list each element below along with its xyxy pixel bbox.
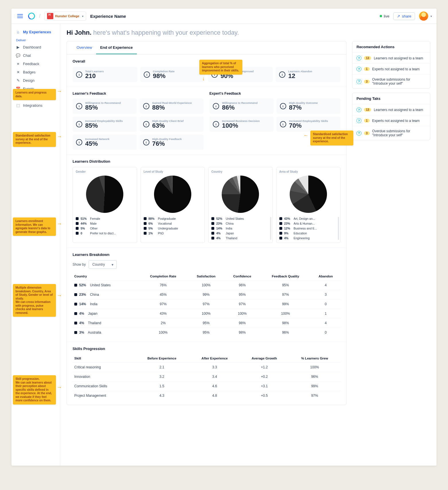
section-distribution: Learners Distribution Gender 51% Female …: [67, 155, 346, 248]
table-row: 52% United States 76%100%96%95%4: [73, 281, 340, 290]
sidebar-item-integrations[interactable]: ⬚ Integrations: [11, 101, 60, 110]
stat-value: 100%: [222, 122, 260, 129]
table-header: % Learners Grew: [289, 354, 340, 363]
legend-swatch: [279, 232, 282, 235]
legend-item: 12% Business and E...: [279, 227, 338, 230]
action-item[interactable]: ? 3 Overdue submissions for "Introduce y…: [352, 75, 430, 88]
legend-swatch: [76, 222, 79, 225]
menu-icon[interactable]: [16, 13, 24, 19]
share-button[interactable]: ↗ share: [393, 12, 415, 20]
help-icon: ?: [357, 107, 361, 112]
app-logo-icon[interactable]: [27, 11, 36, 21]
sidebar-icon: ⬚: [16, 103, 20, 108]
table-header: After Experience: [189, 354, 240, 363]
sidebar-item-my-experiences[interactable]: ⌂ My Experiences: [11, 28, 60, 36]
stat-card: i High-Quality Client Brief 63%: [140, 116, 204, 132]
arrow-icon: →: [57, 134, 62, 140]
action-item[interactable]: ? 13 Learners not assigned to a team: [352, 104, 430, 115]
tab-end-of-experience[interactable]: End of Experience: [96, 41, 137, 54]
sidebar-item-dashboard[interactable]: ▶ Dashboard: [11, 43, 60, 51]
info-icon[interactable]: i: [213, 103, 219, 109]
legend-swatch: [279, 227, 282, 230]
legend-item: 6% Vocational: [144, 222, 202, 225]
legend-item: 23% Arts & Human...: [279, 222, 338, 225]
help-icon: ?: [357, 118, 361, 123]
legend-item: 43% Art, Design an...: [279, 217, 338, 220]
table-header: Confidence: [225, 272, 260, 281]
sidebar-icon: 💬: [16, 53, 20, 58]
pie-chart: [86, 176, 123, 213]
stat-card: i Learners Abandon 12: [276, 67, 340, 82]
sidebar-icon: ▶: [16, 45, 20, 49]
legend: 51% Female 44% Male 5% Other 0 Prefer no…: [76, 217, 134, 235]
stat-value: 70%: [289, 122, 328, 129]
info-icon[interactable]: i: [279, 71, 285, 78]
sidebar-item-design[interactable]: ✎ Design: [11, 76, 60, 85]
count-badge: 3: [364, 80, 370, 83]
legend-item: 51% Female: [76, 217, 134, 220]
showby-select[interactable]: Country: [89, 260, 117, 269]
table-row: Critical reasoning 2.13.3+1.2100%: [73, 363, 340, 372]
help-icon: ?: [357, 67, 361, 71]
info-icon[interactable]: i: [213, 121, 219, 127]
skills-table: SkillBefore ExperienceAfter ExperienceAv…: [73, 354, 340, 400]
stat-value: 210: [85, 73, 104, 79]
legend-swatch: [144, 222, 147, 225]
legend-item: 88% Postgraduate: [144, 217, 202, 220]
section-title: Skills Progression: [73, 347, 340, 351]
info-icon[interactable]: i: [143, 103, 149, 109]
action-item[interactable]: ? 13 Learners not assigned to a team: [352, 53, 430, 64]
pie-chart: [290, 176, 327, 213]
stat-value: 86%: [222, 104, 258, 111]
pending-tasks-panel: Pending Taks ? 13 Learners not assigned …: [352, 93, 430, 140]
pie-chart: [154, 176, 191, 213]
sidebar-item-feedback[interactable]: ≡ Feedback: [11, 60, 60, 68]
count-badge: 3: [364, 131, 370, 135]
info-icon[interactable]: i: [76, 139, 82, 145]
info-icon[interactable]: i: [280, 103, 286, 109]
arrow-icon: →: [57, 293, 62, 299]
annotation: Standardised satisfaction survey at the …: [13, 132, 56, 147]
college-selector[interactable]: Hunster College ▾: [44, 11, 86, 21]
action-item[interactable]: ? 1 Experts not assigned to a team: [352, 64, 430, 75]
legend-item: 4% Thailand: [211, 236, 270, 240]
distribution-title: Gender: [76, 170, 134, 173]
stat-value: 76%: [152, 141, 182, 147]
stat-value: 87%: [289, 104, 318, 111]
stat-value: 63%: [152, 122, 184, 129]
stat-value: 12: [288, 73, 312, 79]
info-icon[interactable]: i: [280, 121, 286, 127]
action-item[interactable]: ? 3 Overdue submissions for "Introduce y…: [352, 126, 430, 140]
sidebar-icon: ✎: [16, 78, 20, 83]
count-badge: 13: [364, 108, 371, 112]
info-icon[interactable]: i: [76, 71, 82, 78]
sidebar-heading: Deliver: [11, 36, 60, 43]
legend-swatch: [76, 227, 79, 230]
stat-card: i Increased Business Decision 100%: [209, 116, 274, 132]
chevron-down-icon: ▾: [431, 15, 432, 18]
info-icon[interactable]: i: [76, 121, 82, 127]
table-row: 23% China 45%99%95%97%3: [73, 290, 340, 300]
section-title: Learners Breakdown: [73, 252, 340, 257]
action-item[interactable]: ? 1 Experts not assigned to a team: [352, 115, 430, 126]
table-header: Average Growth: [240, 354, 289, 363]
arrow-icon: →: [57, 88, 62, 94]
info-icon[interactable]: i: [143, 139, 149, 145]
tab-overview[interactable]: Overview: [73, 41, 96, 54]
legend-item: 5% Other: [76, 227, 134, 230]
info-icon[interactable]: i: [143, 121, 149, 127]
help-icon: ?: [357, 56, 361, 61]
count-badge: 1: [364, 119, 370, 122]
stat-card: i Gained Real-World Experience 88%: [140, 98, 204, 114]
user-menu[interactable]: ▾: [419, 11, 432, 21]
distribution-card: Area of Study 43% Art, Design an... 23% …: [276, 167, 341, 243]
info-icon[interactable]: i: [144, 71, 150, 78]
sidebar-item-badges[interactable]: ✕ Badges: [11, 68, 60, 76]
stat-value: 85%: [85, 104, 121, 111]
distribution-title: Country: [211, 170, 270, 173]
info-icon[interactable]: i: [76, 103, 82, 109]
legend-swatch: [211, 222, 214, 225]
stat-value: 98%: [153, 73, 174, 79]
sidebar-item-chat[interactable]: 💬 Chat: [11, 51, 60, 60]
stat-card: i Completion Rate 98%: [140, 67, 205, 82]
